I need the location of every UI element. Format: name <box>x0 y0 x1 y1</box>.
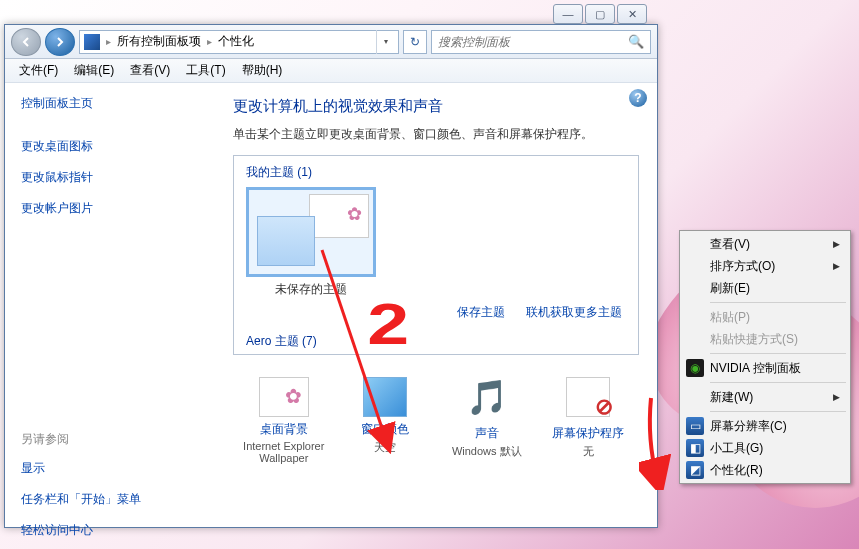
ctx-resolution[interactable]: ▭屏幕分辨率(C) <box>682 415 848 437</box>
ctx-divider <box>710 411 846 412</box>
sidebar-home[interactable]: 控制面板主页 <box>21 95 199 112</box>
bottom-options-row: 桌面背景 Internet Explorer Wallpaper 窗口颜色 天空… <box>233 377 639 464</box>
address-field[interactable]: ▸ 所有控制面板项 ▸ 个性化 ▾ <box>79 30 399 54</box>
menu-tools[interactable]: 工具(T) <box>178 62 233 79</box>
desktop-context-menu: 查看(V)▶ 排序方式(O)▶ 刷新(E) 粘贴(P) 粘贴快捷方式(S) ◉N… <box>679 230 851 484</box>
resolution-icon: ▭ <box>686 417 704 435</box>
ctx-paste: 粘贴(P) <box>682 306 848 328</box>
ctx-sort[interactable]: 排序方式(O)▶ <box>682 255 848 277</box>
menu-help[interactable]: 帮助(H) <box>234 62 291 79</box>
see-also-heading: 另请参阅 <box>21 431 199 448</box>
ctx-refresh[interactable]: 刷新(E) <box>682 277 848 299</box>
breadcrumb-all-items[interactable]: 所有控制面板项 <box>117 33 201 50</box>
ctx-nvidia[interactable]: ◉NVIDIA 控制面板 <box>682 357 848 379</box>
breadcrumb-sep-icon: ▸ <box>106 36 111 47</box>
submenu-arrow-icon: ▶ <box>833 261 840 271</box>
theme-thumbnail <box>246 187 376 277</box>
screensaver-label: 屏幕保护程序 <box>540 425 636 442</box>
color-icon <box>363 377 407 417</box>
color-label: 窗口颜色 <box>337 421 433 438</box>
refresh-button[interactable]: ↻ <box>403 30 427 54</box>
ctx-paste-shortcut: 粘贴快捷方式(S) <box>682 328 848 350</box>
breadcrumb-personalization[interactable]: 个性化 <box>218 33 254 50</box>
ctx-new[interactable]: 新建(W)▶ <box>682 386 848 408</box>
control-panel-window: ▸ 所有控制面板项 ▸ 个性化 ▾ ↻ 🔍 文件(F) 编辑(E) 查看(V) … <box>4 24 658 528</box>
sidebar-ease-of-access[interactable]: 轻松访问中心 <box>21 522 199 539</box>
window-controls: — ▢ ✕ <box>553 4 647 24</box>
address-dropdown-icon[interactable]: ▾ <box>376 30 394 54</box>
maximize-button[interactable]: ▢ <box>585 4 615 24</box>
breadcrumb-sep-icon: ▸ <box>207 36 212 47</box>
wallpaper-label: 桌面背景 <box>236 421 332 438</box>
get-more-themes-link[interactable]: 联机获取更多主题 <box>526 305 622 319</box>
screensaver-sub: 无 <box>540 444 636 459</box>
content-area: 更改计算机上的视觉效果和声音 单击某个主题立即更改桌面背景、窗口颜色、声音和屏幕… <box>215 83 657 527</box>
submenu-arrow-icon: ▶ <box>833 239 840 249</box>
menu-view[interactable]: 查看(V) <box>122 62 178 79</box>
submenu-arrow-icon: ▶ <box>833 392 840 402</box>
address-bar: ▸ 所有控制面板项 ▸ 个性化 ▾ ↻ 🔍 <box>5 25 657 59</box>
sound-label: 声音 <box>439 425 535 442</box>
ctx-divider <box>710 382 846 383</box>
menu-bar: 文件(F) 编辑(E) 查看(V) 工具(T) 帮助(H) <box>5 59 657 83</box>
color-sub: 天空 <box>337 440 433 455</box>
save-theme-link[interactable]: 保存主题 <box>457 305 505 319</box>
screensaver-option[interactable]: 屏幕保护程序 无 <box>540 377 636 464</box>
aero-themes-label: Aero 主题 (7) <box>246 333 626 355</box>
ctx-divider <box>710 353 846 354</box>
ctx-gadgets[interactable]: ◧小工具(G) <box>682 437 848 459</box>
page-title: 更改计算机上的视觉效果和声音 <box>233 97 639 116</box>
ctx-personalize[interactable]: ◩个性化(R) <box>682 459 848 481</box>
sidebar-mouse-pointers[interactable]: 更改鼠标指针 <box>21 169 199 186</box>
sound-option[interactable]: 🎵 声音 Windows 默认 <box>439 377 535 464</box>
sound-sub: Windows 默认 <box>439 444 535 459</box>
sidebar-account-picture[interactable]: 更改帐户图片 <box>21 200 199 217</box>
menu-file[interactable]: 文件(F) <box>11 62 66 79</box>
menu-edit[interactable]: 编辑(E) <box>66 62 122 79</box>
window-color-option[interactable]: 窗口颜色 天空 <box>337 377 433 464</box>
themes-panel: 我的主题 (1) 未保存的主题 保存主题 联机获取更多主题 Aero 主题 (7… <box>233 155 639 355</box>
control-panel-icon <box>84 34 100 50</box>
close-button[interactable]: ✕ <box>617 4 647 24</box>
desktop-background-option[interactable]: 桌面背景 Internet Explorer Wallpaper <box>236 377 332 464</box>
wallpaper-icon <box>259 377 309 417</box>
sidebar-desktop-icons[interactable]: 更改桌面图标 <box>21 138 199 155</box>
theme-unsaved[interactable]: 未保存的主题 <box>246 187 376 298</box>
theme-name-label: 未保存的主题 <box>246 281 376 298</box>
sidebar-taskbar[interactable]: 任务栏和「开始」菜单 <box>21 491 199 508</box>
page-subtitle: 单击某个主题立即更改桌面背景、窗口颜色、声音和屏幕保护程序。 <box>233 126 639 143</box>
nvidia-icon: ◉ <box>686 359 704 377</box>
minimize-button[interactable]: — <box>553 4 583 24</box>
screensaver-icon <box>562 377 614 421</box>
ctx-view[interactable]: 查看(V)▶ <box>682 233 848 255</box>
sound-icon: 🎵 <box>461 377 513 421</box>
back-button[interactable] <box>11 28 41 56</box>
search-field[interactable]: 🔍 <box>431 30 651 54</box>
ctx-divider <box>710 302 846 303</box>
search-icon[interactable]: 🔍 <box>628 34 644 49</box>
search-input[interactable] <box>438 35 628 49</box>
gadget-icon: ◧ <box>686 439 704 457</box>
sidebar: 控制面板主页 更改桌面图标 更改鼠标指针 更改帐户图片 另请参阅 显示 任务栏和… <box>5 83 215 527</box>
personalize-icon: ◩ <box>686 461 704 479</box>
sidebar-display[interactable]: 显示 <box>21 460 199 477</box>
wallpaper-sub: Internet Explorer Wallpaper <box>236 440 332 464</box>
my-themes-label: 我的主题 (1) <box>246 164 626 181</box>
forward-button[interactable] <box>45 28 75 56</box>
